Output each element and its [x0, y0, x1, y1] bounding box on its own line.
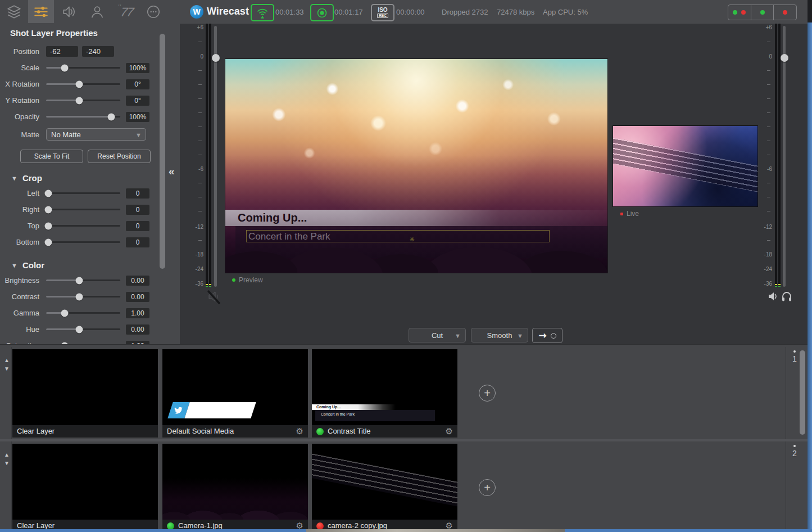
more-icon[interactable] [140, 0, 166, 23]
panel-scrollbar[interactable] [160, 34, 165, 269]
slider-thumb[interactable] [76, 293, 83, 300]
slider-track[interactable] [46, 192, 120, 194]
shot-tile[interactable]: Clear Layer [12, 349, 158, 438]
shot-tile[interactable]: camera-2 copy.jpg⚙ [312, 444, 457, 529]
slider-thumb[interactable] [76, 326, 83, 333]
transition-2-dropdown[interactable]: Smooth ▼ [471, 328, 528, 342]
caption-marker-icon[interactable]: ✳ [410, 233, 414, 246]
bin-scrollbar[interactable] [800, 350, 805, 435]
arrow-up-icon[interactable]: ▲ [3, 356, 11, 364]
collapse-panel-button[interactable]: « [169, 165, 175, 178]
transition-1-dropdown[interactable]: Cut ▼ [409, 328, 466, 342]
position-y-field[interactable]: -240 [82, 46, 114, 57]
slider-thumb[interactable] [76, 80, 83, 88]
indicator-stream[interactable] [751, 5, 774, 20]
slider-thumb[interactable] [76, 277, 83, 284]
left-volume-handle[interactable] [212, 54, 220, 62]
caption-text-box[interactable]: Concert in the Park ✳ [246, 230, 550, 242]
shot-thumbnail[interactable] [12, 349, 158, 425]
guest-icon[interactable] [84, 0, 110, 23]
reset-position-button[interactable]: Reset Position [88, 150, 151, 163]
shot-thumbnail[interactable] [162, 349, 308, 425]
color-section-header[interactable]: ▼ Color [11, 260, 180, 270]
title-banner[interactable]: Coming Up... [225, 210, 607, 226]
arrow-down-icon[interactable]: ▼ [3, 459, 11, 467]
slider-thumb[interactable] [44, 206, 52, 213]
scale-to-fit-button[interactable]: Scale To Fit [20, 150, 83, 163]
slider-value[interactable]: 0.00 [126, 276, 149, 286]
slider-row: Brightness 0.00 [0, 272, 180, 288]
position-x-field[interactable]: -62 [46, 46, 78, 57]
add-shot-button[interactable]: + [479, 385, 496, 402]
shot-tile[interactable]: Coming Up... Concert in the Park Contras… [312, 349, 457, 438]
left-audio-meter-bar [206, 24, 208, 287]
left-volume-slider[interactable] [214, 26, 217, 287]
stream-button[interactable] [251, 4, 274, 21]
slider-thumb[interactable] [61, 309, 69, 317]
slider-thumb[interactable] [61, 64, 69, 71]
shot-name: Contrast Title [328, 425, 442, 438]
right-volume-slider[interactable] [783, 26, 786, 287]
slider-thumb[interactable] [44, 190, 52, 197]
go-transition-button[interactable]: ➞ [532, 328, 562, 343]
slider-thumb[interactable] [108, 113, 115, 120]
muted-speaker-icon[interactable] [206, 288, 223, 306]
slider-track[interactable] [46, 225, 120, 227]
slider-track[interactable] [46, 116, 120, 118]
shot-tile[interactable]: Default Social Media⚙ [162, 349, 308, 438]
db-scale-tick [767, 155, 770, 155]
gear-icon[interactable]: ⚙ [296, 425, 303, 438]
slider-value[interactable]: 0 [126, 188, 149, 199]
crop-section-header[interactable]: ▼ Crop [11, 173, 180, 183]
slider-track[interactable] [46, 83, 120, 85]
replay-icon[interactable]: ''77 [112, 0, 138, 23]
shot-tile[interactable]: Camera-1.jpg⚙ [162, 444, 308, 529]
slider-value[interactable]: 1.00 [126, 308, 149, 318]
slider-track[interactable] [46, 296, 120, 297]
slider-track[interactable] [46, 241, 120, 243]
slider-track[interactable] [46, 279, 120, 281]
slider-track[interactable] [46, 328, 120, 330]
slider-value[interactable]: 0 [126, 221, 149, 231]
preview-canvas[interactable]: Coming Up... Concert in the Park ✳ [225, 58, 608, 273]
slider-track[interactable] [46, 100, 120, 101]
record-button[interactable] [310, 4, 334, 21]
shot-properties-icon[interactable] [28, 0, 54, 23]
indicator-stream-record[interactable] [728, 5, 751, 20]
right-volume-handle[interactable] [781, 54, 788, 62]
headphones-icon[interactable] [781, 290, 792, 302]
shot-tile[interactable]: Clear Layer [12, 444, 158, 529]
gear-icon[interactable]: ⚙ [446, 520, 453, 529]
slider-thumb[interactable] [44, 238, 52, 246]
slider-value[interactable]: 0 [126, 237, 149, 247]
slider-value[interactable]: 0 [126, 205, 149, 215]
shot-thumbnail[interactable] [312, 444, 457, 520]
slider-thumb[interactable] [44, 222, 52, 229]
slider-value[interactable]: 0.00 [126, 324, 149, 335]
slider-track[interactable] [46, 209, 120, 210]
slider-value[interactable]: 100% [126, 63, 149, 73]
shot-thumbnail[interactable]: Coming Up... Concert in the Park [312, 349, 457, 425]
indicator-record[interactable] [774, 5, 796, 20]
arrow-up-icon[interactable]: ▲ [3, 450, 11, 459]
layers-icon[interactable] [1, 0, 27, 23]
arrow-down-icon[interactable]: ▼ [3, 364, 11, 373]
live-output-thumbnail[interactable] [613, 125, 758, 207]
slider-track[interactable] [46, 312, 120, 314]
shot-thumbnail[interactable] [162, 444, 308, 520]
slider-value[interactable]: 0° [126, 96, 149, 106]
gear-icon[interactable]: ⚙ [296, 520, 303, 529]
iso-record-button[interactable]: ISO REC [371, 4, 394, 21]
audio-icon[interactable] [56, 0, 82, 23]
layer-row-separator[interactable] [0, 439, 808, 441]
speaker-monitor-icon[interactable] [768, 291, 779, 302]
slider-value[interactable]: 0° [126, 79, 149, 89]
matte-dropdown[interactable]: No Matte▼ [46, 128, 146, 141]
slider-thumb[interactable] [76, 97, 83, 104]
gear-icon[interactable]: ⚙ [446, 425, 453, 438]
slider-value[interactable]: 100% [126, 112, 149, 122]
slider-track[interactable] [46, 67, 120, 69]
slider-value[interactable]: 0.00 [126, 292, 149, 302]
shot-thumbnail[interactable] [12, 444, 158, 520]
add-shot-button[interactable]: + [479, 479, 496, 496]
